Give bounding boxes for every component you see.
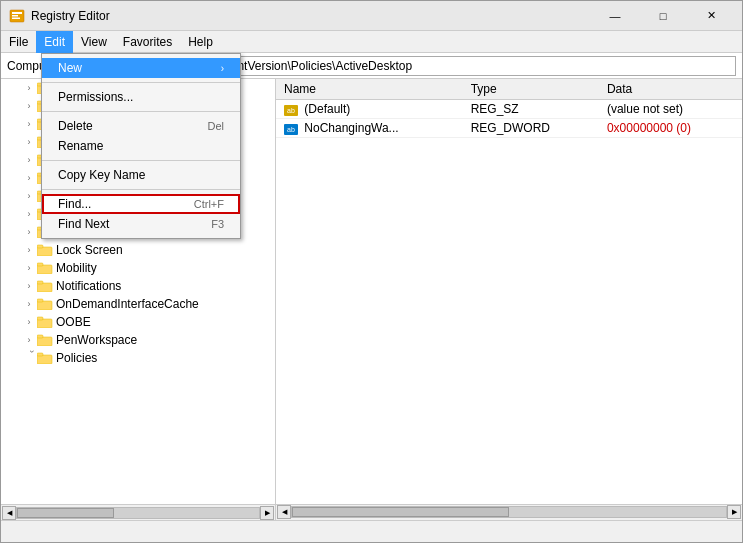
- minimize-button[interactable]: —: [592, 6, 638, 26]
- menu-rename-label: Rename: [58, 139, 103, 153]
- folder-icon: [37, 279, 53, 293]
- tree-item-mobility[interactable]: › Mobility: [1, 259, 275, 277]
- menu-favorites[interactable]: Favorites: [115, 31, 180, 53]
- svg-rect-34: [37, 355, 52, 364]
- expand-icon: ›: [21, 134, 37, 150]
- window-title: Registry Editor: [31, 9, 592, 23]
- menu-rename[interactable]: Rename: [42, 136, 240, 156]
- svg-rect-24: [37, 265, 52, 274]
- menu-edit[interactable]: Edit: [36, 31, 73, 53]
- tree-item-ondemand[interactable]: › OnDemandInterfaceCache: [1, 295, 275, 313]
- svg-rect-35: [37, 353, 43, 356]
- menu-find-next[interactable]: Find Next F3: [42, 214, 240, 234]
- folder-icon: [37, 261, 53, 275]
- row-type: REG_SZ: [463, 100, 599, 119]
- folder-icon: [37, 243, 53, 257]
- menu-help[interactable]: Help: [180, 31, 221, 53]
- expand-icon: ›: [21, 278, 37, 294]
- close-button[interactable]: ✕: [688, 6, 734, 26]
- menu-new[interactable]: New ›: [42, 58, 240, 78]
- separator-2: [42, 111, 240, 112]
- expand-icon: ›: [21, 206, 37, 222]
- row-data: (value not set): [599, 100, 742, 119]
- expand-icon: ›: [21, 350, 37, 366]
- tree-item-label: Mobility: [56, 261, 97, 275]
- menu-permissions[interactable]: Permissions...: [42, 87, 240, 107]
- table-row[interactable]: ab NoChangingWa... REG_DWORD 0x00000000 …: [276, 119, 742, 138]
- menu-delete[interactable]: Delete Del: [42, 116, 240, 136]
- svg-rect-28: [37, 301, 52, 310]
- reg-dword-icon: ab: [284, 124, 298, 135]
- status-bar: [1, 520, 742, 542]
- scroll-right-btn[interactable]: ▶: [260, 506, 274, 520]
- tree-item-lock-screen[interactable]: › Lock Screen: [1, 241, 275, 259]
- scroll-track[interactable]: [16, 507, 260, 519]
- expand-icon: ›: [21, 188, 37, 204]
- right-scroll-thumb[interactable]: [292, 507, 509, 517]
- separator-4: [42, 189, 240, 190]
- svg-rect-27: [37, 281, 43, 284]
- menu-bar: File Edit View Favorites Help New › Perm…: [1, 31, 742, 53]
- menu-delete-label: Delete: [58, 119, 93, 133]
- svg-rect-23: [37, 245, 43, 248]
- svg-rect-32: [37, 337, 52, 346]
- svg-rect-1: [12, 12, 22, 14]
- menu-copy-key-name[interactable]: Copy Key Name: [42, 165, 240, 185]
- tree-item-penworkspace[interactable]: › PenWorkspace: [1, 331, 275, 349]
- menu-permissions-label: Permissions...: [58, 90, 133, 104]
- scroll-right-btn-right[interactable]: ▶: [727, 505, 741, 519]
- menu-file[interactable]: File: [1, 31, 36, 53]
- svg-rect-2: [12, 15, 18, 17]
- tree-item-label: Policies: [56, 351, 97, 365]
- col-type: Type: [463, 79, 599, 100]
- row-name: ab NoChangingWa...: [276, 119, 463, 138]
- right-scrollbar-inner: ◀ ▶: [276, 505, 742, 519]
- scroll-left-btn-right[interactable]: ◀: [277, 505, 291, 519]
- svg-rect-3: [12, 17, 20, 19]
- expand-icon: ›: [21, 116, 37, 132]
- svg-rect-22: [37, 247, 52, 256]
- table-row[interactable]: ab (Default) REG_SZ (value not set): [276, 100, 742, 119]
- row-name: ab (Default): [276, 100, 463, 119]
- menu-find[interactable]: Find... Ctrl+F: [42, 194, 240, 214]
- right-scrollbar: ◀ ▶: [276, 505, 742, 520]
- title-bar: Registry Editor — □ ✕: [1, 1, 742, 31]
- tree-item-notifications[interactable]: › Notifications: [1, 277, 275, 295]
- tree-item-label: OnDemandInterfaceCache: [56, 297, 199, 311]
- svg-rect-26: [37, 283, 52, 292]
- tree-item-label: PenWorkspace: [56, 333, 137, 347]
- row-type: REG_DWORD: [463, 119, 599, 138]
- expand-icon: ›: [21, 224, 37, 240]
- svg-rect-31: [37, 317, 43, 320]
- folder-icon: [37, 351, 53, 365]
- expand-icon: ›: [21, 152, 37, 168]
- row-data: 0x00000000 (0): [599, 119, 742, 138]
- svg-rect-25: [37, 263, 43, 266]
- scroll-thumb[interactable]: [17, 508, 114, 518]
- tree-scrollbar-inner: ◀ ▶: [1, 506, 275, 520]
- tree-item-oobe[interactable]: › OOBE: [1, 313, 275, 331]
- folder-icon: [37, 315, 53, 329]
- window-controls: — □ ✕: [592, 6, 734, 26]
- tree-scrollbar: ◀ ▶: [1, 505, 276, 520]
- scroll-left-btn[interactable]: ◀: [2, 506, 16, 520]
- horizontal-scrollbars: ◀ ▶ ◀ ▶: [1, 504, 742, 520]
- registry-editor-window: Registry Editor — □ ✕ File Edit View Fav…: [0, 0, 743, 543]
- registry-table: Name Type Data ab (Default) REG_SZ (valu…: [276, 79, 742, 138]
- menu-new-label: New: [58, 61, 82, 75]
- right-panel: Name Type Data ab (Default) REG_SZ (valu…: [276, 79, 742, 504]
- svg-rect-30: [37, 319, 52, 328]
- tree-item-policies[interactable]: › Policies: [1, 349, 275, 367]
- tree-item-label: Lock Screen: [56, 243, 123, 257]
- find-shortcut: Ctrl+F: [194, 198, 224, 210]
- expand-icon: ›: [21, 80, 37, 96]
- expand-icon: ›: [21, 314, 37, 330]
- menu-view[interactable]: View: [73, 31, 115, 53]
- right-scroll-track[interactable]: [291, 506, 727, 518]
- folder-icon: [37, 297, 53, 311]
- expand-icon: ›: [21, 242, 37, 258]
- edit-menu-dropdown: New › Permissions... Delete Del Rename C…: [41, 53, 241, 239]
- menu-find-next-label: Find Next: [58, 217, 109, 231]
- reg-sz-icon: ab: [284, 105, 298, 116]
- maximize-button[interactable]: □: [640, 6, 686, 26]
